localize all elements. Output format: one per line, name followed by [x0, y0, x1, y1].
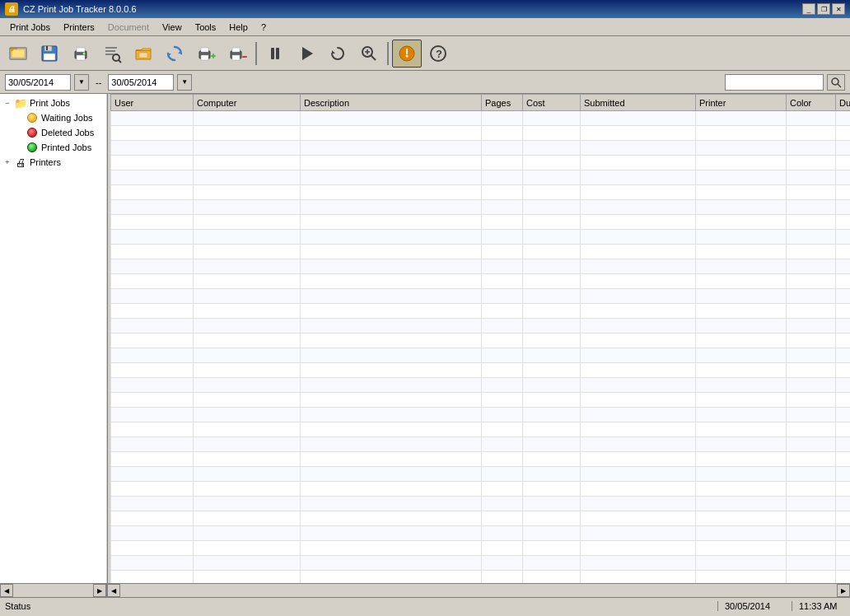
- table-cell: [111, 319, 194, 334]
- date-from-input[interactable]: [5, 74, 71, 91]
- table-row[interactable]: [111, 348, 851, 363]
- tree-item-printed-jobs[interactable]: Printed Jobs: [13, 140, 105, 155]
- restore-button[interactable]: ❐: [817, 3, 830, 15]
- menu-tools[interactable]: Tools: [189, 21, 223, 34]
- toolbar-pause-button[interactable]: [260, 40, 290, 68]
- expand-printers-icon[interactable]: +: [3, 158, 12, 166]
- table-row[interactable]: [111, 334, 851, 348]
- table-cell: [787, 482, 836, 497]
- table-row[interactable]: [111, 319, 851, 334]
- svg-rect-10: [77, 48, 85, 52]
- col-pages[interactable]: Pages: [482, 95, 523, 111]
- table-cell: [301, 482, 482, 497]
- menu-view[interactable]: View: [156, 21, 189, 34]
- table-row[interactable]: [111, 437, 851, 452]
- toolbar-refresh-button[interactable]: [160, 40, 189, 68]
- table-area[interactable]: User Computer Description Pages Cost Sub…: [110, 94, 850, 583]
- table-row[interactable]: [111, 289, 851, 304]
- table-row[interactable]: [111, 259, 851, 274]
- scroll-right-left-panel-button[interactable]: ▶: [93, 584, 106, 597]
- table-row[interactable]: [111, 467, 851, 482]
- table-row[interactable]: [111, 245, 851, 259]
- col-submitted[interactable]: Submitted: [581, 95, 696, 111]
- table-row[interactable]: [111, 511, 851, 526]
- toolbar-play-button[interactable]: [292, 40, 321, 68]
- table-row[interactable]: [111, 156, 851, 170]
- table-row[interactable]: [111, 393, 851, 408]
- table-cell: [482, 156, 523, 170]
- minimize-button[interactable]: _: [802, 3, 815, 15]
- date-from-dropdown[interactable]: ▼: [74, 74, 89, 91]
- table-row[interactable]: [111, 215, 851, 230]
- table-row[interactable]: [111, 497, 851, 511]
- table-row[interactable]: [111, 141, 851, 156]
- table-row[interactable]: [111, 541, 851, 556]
- table-cell: [787, 215, 836, 230]
- col-duplex[interactable]: Duplex: [836, 95, 851, 111]
- toolbar-reprocess-button[interactable]: [323, 40, 353, 68]
- toolbar-zoom-button[interactable]: [354, 40, 384, 68]
- expand-print-jobs-icon[interactable]: −: [3, 99, 12, 107]
- table-cell: [836, 378, 851, 393]
- table-row[interactable]: [111, 363, 851, 378]
- scroll-left-button[interactable]: ◀: [0, 584, 13, 597]
- table-row[interactable]: [111, 200, 851, 215]
- menu-help[interactable]: Help: [222, 21, 255, 34]
- table-row[interactable]: [111, 526, 851, 541]
- col-computer[interactable]: Computer: [194, 95, 301, 111]
- table-row[interactable]: [111, 304, 851, 319]
- toolbar-printer-add-button[interactable]: [191, 40, 221, 68]
- table-row[interactable]: [111, 422, 851, 437]
- toolbar-save-button[interactable]: [35, 40, 64, 68]
- table-row[interactable]: [111, 571, 851, 584]
- table-cell: [787, 156, 836, 170]
- table-cell: [301, 156, 482, 170]
- date-to-input[interactable]: [108, 74, 174, 91]
- tree-item-deleted-jobs[interactable]: Deleted Jobs: [13, 125, 105, 140]
- tree-item-print-jobs[interactable]: − 📁 Print Jobs: [2, 96, 105, 110]
- toolbar-folder-button[interactable]: [128, 40, 158, 68]
- table-row[interactable]: [111, 170, 851, 185]
- close-button[interactable]: ✕: [832, 3, 845, 15]
- table-row[interactable]: [111, 482, 851, 497]
- table-cell: [111, 511, 194, 526]
- tree-item-waiting-jobs[interactable]: Waiting Jobs: [13, 110, 105, 125]
- search-button[interactable]: [827, 74, 845, 91]
- toolbar-find-button[interactable]: [97, 40, 127, 68]
- search-input[interactable]: [725, 74, 824, 91]
- date-to-dropdown[interactable]: ▼: [177, 74, 192, 91]
- scroll-track-left[interactable]: [13, 584, 93, 597]
- table-row[interactable]: [111, 274, 851, 289]
- col-user[interactable]: User: [111, 95, 194, 111]
- toolbar-help-button[interactable]: ?: [423, 40, 453, 68]
- table-cell: [111, 482, 194, 497]
- col-printer[interactable]: Printer: [696, 95, 787, 111]
- menu-questionmark[interactable]: ?: [255, 21, 273, 34]
- toolbar-open-button[interactable]: [3, 40, 33, 68]
- table-row[interactable]: [111, 378, 851, 393]
- table-row[interactable]: [111, 452, 851, 467]
- scroll-track-main[interactable]: [120, 584, 837, 597]
- table-cell: [111, 259, 194, 274]
- toolbar-printer-remove-button[interactable]: [222, 40, 252, 68]
- table-row[interactable]: [111, 230, 851, 245]
- table-cell: [482, 437, 523, 452]
- scroll-left-main-button[interactable]: ◀: [107, 584, 120, 597]
- toolbar-print-button[interactable]: [66, 40, 96, 68]
- table-cell: [787, 170, 836, 185]
- table-cell: [696, 289, 787, 304]
- menu-print-jobs[interactable]: Print Jobs: [3, 21, 57, 34]
- col-cost[interactable]: Cost: [523, 95, 581, 111]
- table-row[interactable]: [111, 185, 851, 200]
- tree-item-printers[interactable]: + 🖨 Printers: [2, 155, 105, 170]
- scroll-right-main-button[interactable]: ▶: [837, 584, 850, 597]
- table-row[interactable]: [111, 126, 851, 141]
- menu-printers[interactable]: Printers: [57, 21, 101, 34]
- toolbar-active-button[interactable]: [392, 40, 422, 68]
- table-cell: [111, 348, 194, 363]
- table-row[interactable]: [111, 111, 851, 126]
- col-description[interactable]: Description: [301, 95, 482, 111]
- table-row[interactable]: [111, 408, 851, 422]
- col-color[interactable]: Color: [787, 95, 836, 111]
- table-row[interactable]: [111, 556, 851, 571]
